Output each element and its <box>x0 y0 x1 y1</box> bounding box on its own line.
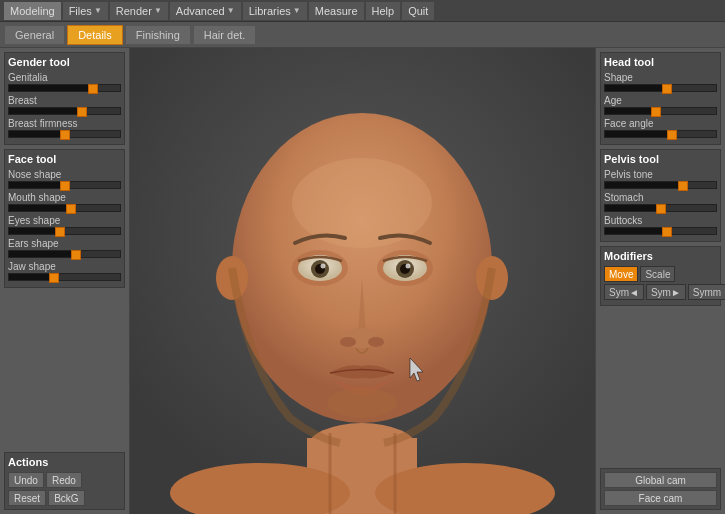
pelvis-tone-thumb[interactable] <box>678 181 688 191</box>
svg-point-8 <box>292 158 432 248</box>
eyes-shape-label: Eyes shape <box>8 215 121 226</box>
jaw-fill <box>9 274 53 280</box>
buttocks-row: Buttocks <box>604 215 717 235</box>
breast-slider[interactable] <box>8 107 121 115</box>
dropdown-arrow-render: ▼ <box>154 6 162 15</box>
mouth-shape-slider[interactable] <box>8 204 121 212</box>
modifiers-row1: Move Scale <box>604 266 717 282</box>
breast-fill <box>9 108 81 114</box>
head-tool-title: Head tool <box>604 56 717 68</box>
svg-point-22 <box>327 388 397 418</box>
bckg-button[interactable]: BckG <box>48 490 84 506</box>
global-cam-button[interactable]: Global cam <box>604 472 717 488</box>
top-menu-bar: Modeling Files ▼ Render ▼ Advanced ▼ Lib… <box>0 0 725 22</box>
stomach-label: Stomach <box>604 192 717 203</box>
cameras-section: Global cam Face cam <box>600 468 721 510</box>
stomach-slider[interactable] <box>604 204 717 212</box>
breast-firmness-slider[interactable] <box>8 130 121 138</box>
shape-slider-row: Shape <box>604 72 717 92</box>
3d-viewport[interactable] <box>130 48 595 514</box>
face-angle-label: Face angle <box>604 118 717 129</box>
nose-shape-slider[interactable] <box>8 181 121 189</box>
head-shape-thumb[interactable] <box>662 84 672 94</box>
pelvis-tool-section: Pelvis tool Pelvis tone Stomach Buttocks <box>600 149 721 242</box>
right-panel: Head tool Shape Age Face angle <box>595 48 725 514</box>
menu-render[interactable]: Render ▼ <box>110 2 168 20</box>
stomach-row: Stomach <box>604 192 717 212</box>
age-slider[interactable] <box>604 107 717 115</box>
buttocks-label: Buttocks <box>604 215 717 226</box>
genitalia-slider[interactable] <box>8 84 121 92</box>
pelvis-tone-fill <box>605 182 683 188</box>
pelvis-tone-row: Pelvis tone <box>604 169 717 189</box>
jaw-shape-slider[interactable] <box>8 273 121 281</box>
reset-button[interactable]: Reset <box>8 490 46 506</box>
menu-help[interactable]: Help <box>366 2 401 20</box>
menu-advanced[interactable]: Advanced ▼ <box>170 2 241 20</box>
ears-shape-slider[interactable] <box>8 250 121 258</box>
head-tool-section: Head tool Shape Age Face angle <box>600 52 721 145</box>
face-tool-section: Face tool Nose shape Mouth shape Eyes sh… <box>4 149 125 288</box>
eyes-thumb[interactable] <box>55 227 65 237</box>
menu-files[interactable]: Files ▼ <box>63 2 108 20</box>
undo-button[interactable]: Undo <box>8 472 44 488</box>
actions-title: Actions <box>8 456 121 468</box>
pelvis-tone-slider[interactable] <box>604 181 717 189</box>
breast-firmness-thumb[interactable] <box>60 130 70 140</box>
move-button[interactable]: Move <box>604 266 638 282</box>
pelvis-tool-title: Pelvis tool <box>604 153 717 165</box>
age-thumb[interactable] <box>651 107 661 117</box>
ears-fill <box>9 251 76 257</box>
dropdown-arrow-libraries: ▼ <box>293 6 301 15</box>
jaw-thumb[interactable] <box>49 273 59 283</box>
sym-left-button[interactable]: Sym◄ <box>604 284 644 300</box>
menu-measure[interactable]: Measure <box>309 2 364 20</box>
actions-section: Actions Undo Redo Reset BckG <box>4 452 125 510</box>
buttocks-fill <box>605 228 666 234</box>
menu-quit[interactable]: Quit <box>402 2 434 20</box>
stomach-thumb[interactable] <box>656 204 666 214</box>
buttocks-slider[interactable] <box>604 227 717 235</box>
menu-modeling[interactable]: Modeling <box>4 2 61 20</box>
symm-button[interactable]: Symm <box>688 284 725 300</box>
scale-button[interactable]: Scale <box>640 266 675 282</box>
genitalia-thumb[interactable] <box>88 84 98 94</box>
tab-hair-det[interactable]: Hair det. <box>193 25 257 45</box>
ears-thumb[interactable] <box>71 250 81 260</box>
face-angle-thumb[interactable] <box>667 130 677 140</box>
gender-tool-section: Gender tool Genitalia Breast Breast firm… <box>4 52 125 145</box>
gender-tool-title: Gender tool <box>8 56 121 68</box>
eyes-fill <box>9 228 59 234</box>
tab-bar: General Details Finishing Hair det. <box>0 22 725 48</box>
svg-point-20 <box>340 337 356 347</box>
breast-thumb[interactable] <box>77 107 87 117</box>
jaw-shape-label: Jaw shape <box>8 261 121 272</box>
tab-general[interactable]: General <box>4 25 65 45</box>
breast-firmness-slider-row: Breast firmness <box>8 118 121 138</box>
shape-label: Shape <box>604 72 717 83</box>
face-cam-button[interactable]: Face cam <box>604 490 717 506</box>
tab-details[interactable]: Details <box>67 25 123 45</box>
mouth-fill <box>9 205 70 211</box>
face-angle-slider[interactable] <box>604 130 717 138</box>
tab-finishing[interactable]: Finishing <box>125 25 191 45</box>
head-shape-fill <box>605 85 666 91</box>
nose-fill <box>9 182 65 188</box>
buttocks-thumb[interactable] <box>662 227 672 237</box>
nose-thumb[interactable] <box>60 181 70 191</box>
menu-libraries[interactable]: Libraries ▼ <box>243 2 307 20</box>
head-shape-slider[interactable] <box>604 84 717 92</box>
modifiers-title: Modifiers <box>604 250 717 262</box>
breast-slider-row: Breast <box>8 95 121 115</box>
sym-right-button[interactable]: Sym► <box>646 284 686 300</box>
face-angle-slider-row: Face angle <box>604 118 717 138</box>
mouth-thumb[interactable] <box>66 204 76 214</box>
redo-button[interactable]: Redo <box>46 472 82 488</box>
nose-shape-label: Nose shape <box>8 169 121 180</box>
jaw-shape-row: Jaw shape <box>8 261 121 281</box>
actions-buttons-group: Undo Redo Reset BckG <box>8 472 121 506</box>
eyes-shape-slider[interactable] <box>8 227 121 235</box>
genitalia-slider-row: Genitalia <box>8 72 121 92</box>
main-area: Gender tool Genitalia Breast Breast firm… <box>0 48 725 514</box>
nose-shape-row: Nose shape <box>8 169 121 189</box>
